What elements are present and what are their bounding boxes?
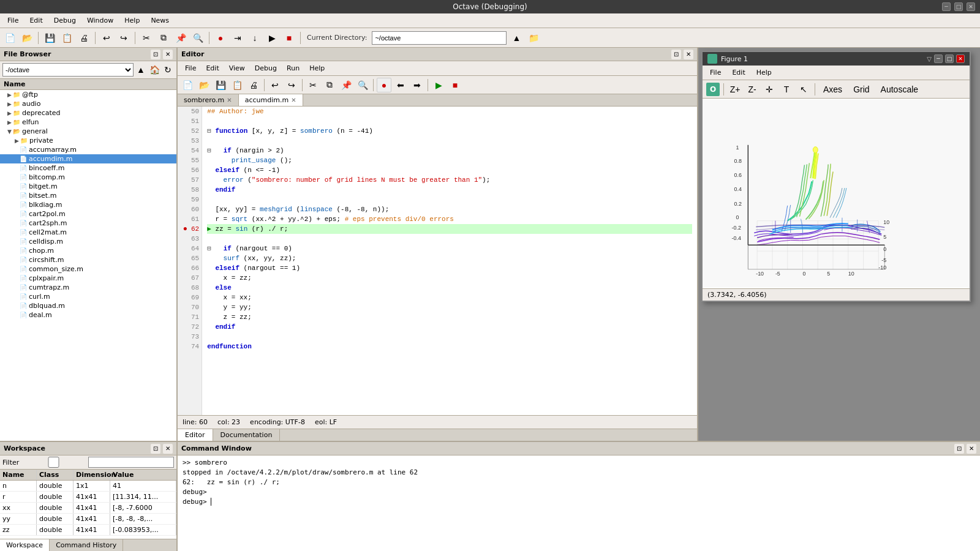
- editor-open-btn[interactable]: 📂: [197, 78, 211, 92]
- minimize-btn[interactable]: ─: [942, 2, 951, 11]
- fb-item-bitset[interactable]: 📄 bitset.m: [0, 191, 176, 200]
- fb-item-audio[interactable]: ▶ 📁 audio: [0, 99, 176, 108]
- editor-find-btn[interactable]: 🔍: [355, 78, 370, 92]
- fb-item-common-size[interactable]: 📄 common_size.m: [0, 264, 176, 274]
- fig-autoscale-btn[interactable]: Autoscale: [876, 82, 922, 97]
- save-btn[interactable]: 💾: [42, 31, 57, 45]
- tab-sombrero-close[interactable]: ✕: [227, 97, 232, 103]
- editor-new-btn[interactable]: 📄: [180, 78, 195, 92]
- code-content[interactable]: ## Author: jwe ⊟ function [x, y, z] = so…: [202, 107, 697, 415]
- copy-btn[interactable]: ⧉: [156, 31, 171, 45]
- fb-item-bitcomp[interactable]: 📄 bitcomp.m: [0, 173, 176, 182]
- editor-menu-debug[interactable]: Debug: [250, 63, 282, 73]
- print-btn[interactable]: 🖨: [77, 31, 91, 45]
- debug-continue-btn[interactable]: ▶: [265, 31, 279, 45]
- fb-item-bincoeff[interactable]: 📄 bincoeff.m: [0, 163, 176, 173]
- tab-accumdim-close[interactable]: ✕: [291, 97, 296, 103]
- fig-minimize-btn[interactable]: ─: [934, 54, 943, 63]
- fig-zoom-out-btn[interactable]: Z-: [745, 82, 760, 97]
- find-btn[interactable]: 🔍: [190, 31, 205, 45]
- undo-btn[interactable]: ↩: [99, 31, 114, 45]
- menu-debug[interactable]: Debug: [49, 15, 81, 26]
- ws-row-yy[interactable]: yy double 41x41 [-8, -8, -8,...: [0, 514, 176, 525]
- editor-bp-prev-btn[interactable]: ⬅: [393, 78, 408, 92]
- editor-save-btn[interactable]: 💾: [213, 78, 228, 92]
- editor-menu-help[interactable]: Help: [304, 63, 330, 73]
- debug-next-btn[interactable]: ↓: [247, 31, 262, 45]
- new-file-btn[interactable]: 📄: [2, 31, 17, 45]
- cmd-close-btn[interactable]: ✕: [967, 444, 976, 454]
- fig-pan-btn[interactable]: ✛: [762, 82, 777, 97]
- fb-item-cell2mat[interactable]: 📄 cell2mat.m: [0, 228, 176, 237]
- fb-item-ftp[interactable]: ▶ 📁 @ftp: [0, 90, 176, 99]
- editor-menu-run[interactable]: Run: [282, 63, 304, 73]
- debug-stop-btn[interactable]: ■: [282, 31, 296, 45]
- fb-item-accumdim[interactable]: 📄 accumdim.m: [0, 154, 176, 163]
- ws-tab-workspace[interactable]: Workspace: [0, 539, 50, 551]
- editor-stop-btn[interactable]: ■: [448, 78, 462, 92]
- editor-print-btn[interactable]: 🖨: [246, 78, 261, 92]
- fb-item-cumtrapz[interactable]: 📄 cumtrapz.m: [0, 283, 176, 292]
- editor-undock-btn[interactable]: ⊡: [671, 50, 681, 59]
- tab-sombrero[interactable]: sombrero.m ✕: [178, 94, 239, 106]
- editor-menu-edit[interactable]: Edit: [201, 63, 224, 73]
- fb-item-deprecated[interactable]: ▶ 📁 deprecated: [0, 108, 176, 118]
- fb-sync-btn[interactable]: ↻: [162, 64, 174, 76]
- redo-btn[interactable]: ↪: [116, 31, 131, 45]
- cut-btn[interactable]: ✂: [139, 31, 154, 45]
- debug-breakpoint-btn[interactable]: ●: [213, 31, 228, 45]
- editor-undo-btn[interactable]: ↩: [268, 78, 282, 92]
- cmd-undock-btn[interactable]: ⊡: [954, 444, 964, 454]
- fig-menu-help[interactable]: Help: [752, 67, 777, 78]
- fb-item-elfun[interactable]: ▶ 📁 elfun: [0, 118, 176, 127]
- editor-redo-btn[interactable]: ↪: [284, 78, 299, 92]
- editor-save-as-btn[interactable]: 📋: [230, 78, 244, 92]
- fb-up-btn[interactable]: ▲: [135, 64, 147, 76]
- close-btn[interactable]: ✕: [967, 2, 975, 11]
- current-dir-input[interactable]: [372, 31, 507, 45]
- fb-item-accumarray[interactable]: 📄 accumarray.m: [0, 145, 176, 154]
- fb-item-deal[interactable]: 📄 deal.m: [0, 310, 176, 320]
- fb-item-dblquad[interactable]: 📄 dblquad.m: [0, 301, 176, 310]
- menu-window[interactable]: Window: [82, 15, 118, 26]
- ws-row-xx[interactable]: xx double 41x41 [-8, -7.6000: [0, 503, 176, 514]
- fb-item-private[interactable]: ▶ 📁 private: [0, 136, 176, 145]
- dir-up-btn[interactable]: ▲: [509, 31, 524, 45]
- fb-path-select[interactable]: -/octave: [2, 63, 134, 77]
- bottom-tab-editor[interactable]: Editor: [178, 429, 213, 441]
- fb-item-cart2pol[interactable]: 📄 cart2pol.m: [0, 209, 176, 219]
- fig-axes-btn[interactable]: Axes: [819, 82, 846, 97]
- fb-item-blkdiag[interactable]: 📄 blkdiag.m: [0, 200, 176, 209]
- editor-copy-btn[interactable]: ⧉: [322, 78, 337, 92]
- open-file-btn[interactable]: 📂: [20, 31, 34, 45]
- ws-row-n[interactable]: n double 1x1 41: [0, 481, 176, 492]
- fig-grid-btn[interactable]: Grid: [849, 82, 873, 97]
- tab-accumdim[interactable]: accumdim.m ✕: [239, 94, 303, 106]
- debug-step-btn[interactable]: ⇥: [230, 31, 245, 45]
- fig-close-btn[interactable]: ✕: [956, 54, 965, 63]
- ws-row-zz[interactable]: zz double 41x41 [-0.083953,...: [0, 525, 176, 536]
- fb-item-curl[interactable]: 📄 curl.m: [0, 292, 176, 301]
- menu-news[interactable]: News: [146, 15, 174, 26]
- fb-home-btn[interactable]: 🏠: [148, 64, 160, 76]
- editor-menu-file[interactable]: File: [180, 63, 201, 73]
- save-as-btn[interactable]: 📋: [59, 31, 74, 45]
- fb-close-btn[interactable]: ✕: [163, 50, 173, 59]
- bottom-tab-documentation[interactable]: Documentation: [213, 429, 281, 441]
- editor-close-btn[interactable]: ✕: [684, 50, 693, 59]
- filter-checkbox[interactable]: [21, 457, 86, 468]
- menu-file[interactable]: File: [2, 15, 23, 26]
- fig-zoom-in-btn[interactable]: Z+: [728, 82, 742, 97]
- fb-item-celldisp[interactable]: 📄 celldisp.m: [0, 237, 176, 246]
- fb-item-bitget[interactable]: 📄 bitget.m: [0, 182, 176, 191]
- fb-item-general[interactable]: ▼ 📂 general: [0, 127, 176, 136]
- editor-cut-btn[interactable]: ✂: [306, 78, 320, 92]
- fig-menu-file[interactable]: File: [705, 67, 726, 78]
- editor-bp-next-btn[interactable]: ➡: [410, 78, 424, 92]
- menu-edit[interactable]: Edit: [24, 15, 47, 26]
- code-editor[interactable]: 50 51 52 53 54 55 56 57 58 59 60 61 ●62 …: [178, 107, 697, 415]
- editor-bp-btn[interactable]: ●: [377, 78, 391, 92]
- fig-maximize-btn[interactable]: □: [945, 54, 954, 63]
- fig-select-btn[interactable]: ↖: [796, 82, 811, 97]
- fb-item-circshift[interactable]: 📄 circshift.m: [0, 255, 176, 264]
